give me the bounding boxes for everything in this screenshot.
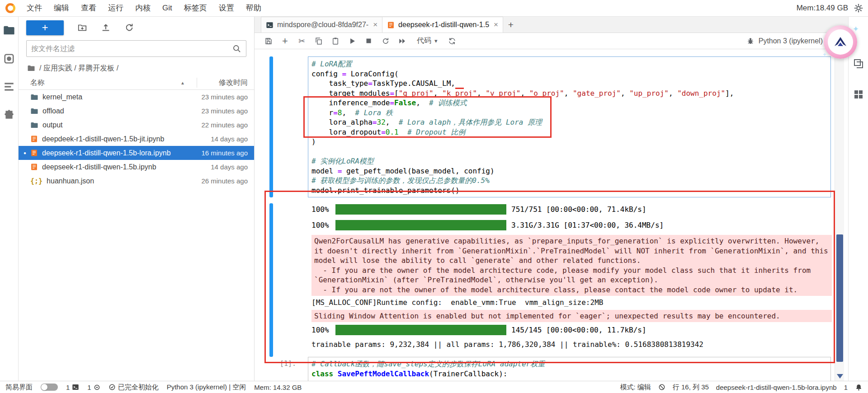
upload-icon[interactable] bbox=[101, 23, 111, 33]
cursor-position[interactable]: 行 16, 列 35 bbox=[673, 383, 709, 392]
code-line[interactable]: ) bbox=[311, 137, 830, 147]
new-launcher-button[interactable]: + bbox=[26, 20, 64, 35]
folder-file-icon bbox=[30, 107, 38, 115]
file-filter-input[interactable] bbox=[31, 45, 232, 53]
file-browser-icon[interactable] bbox=[3, 24, 15, 37]
kernel-indicator[interactable]: Python 3 (ipykernel) bbox=[746, 37, 823, 45]
file-row[interactable]: offload23 minutes ago bbox=[19, 104, 254, 118]
new-tab-button[interactable]: + bbox=[503, 17, 519, 33]
terminal-count[interactable]: 1 bbox=[66, 384, 79, 391]
copy-cell-button[interactable] bbox=[310, 35, 327, 47]
file-row[interactable]: kernel_meta23 minutes ago bbox=[19, 90, 254, 104]
code-line[interactable]: task_type=TaskType.CAUSAL_LM, bbox=[311, 79, 830, 89]
editor-mode[interactable]: 模式: 编辑 bbox=[620, 383, 651, 392]
interrupt-kernel-button[interactable] bbox=[360, 35, 377, 47]
search-icon[interactable] bbox=[232, 44, 241, 53]
code-line[interactable]: # Callback函数，随save_steps定义的步数保存LoRA adap… bbox=[311, 359, 830, 369]
settings-gear-icon[interactable] bbox=[854, 3, 863, 13]
code-line[interactable]: # 实例化LoRA模型 bbox=[311, 156, 830, 166]
breadcrumb[interactable]: / 应用实践 / 昇腾开发板 / bbox=[19, 61, 254, 76]
breadcrumb-path[interactable]: / 应用实践 / 昇腾开发板 / bbox=[39, 64, 118, 73]
cell-input-collapser[interactable] bbox=[269, 56, 273, 197]
code-line[interactable]: model = get_peft_model(base_model, confi… bbox=[311, 166, 830, 176]
tab-0[interactable]: mindspore@cloud-8fda9f27-× bbox=[261, 17, 382, 33]
close-icon[interactable]: × bbox=[493, 20, 498, 29]
code-line[interactable]: # 获取模型参与训练的参数，发现仅占总参数量的0.5% bbox=[311, 176, 830, 186]
code-line[interactable]: r=8, # Lora 秩 bbox=[311, 108, 830, 118]
menu-item-1[interactable]: 编辑 bbox=[48, 0, 75, 16]
refresh-icon[interactable] bbox=[124, 23, 134, 33]
code-line[interactable]: # LoRA配置 bbox=[311, 59, 830, 69]
assistant-logo[interactable] bbox=[824, 25, 857, 59]
menu-item-7[interactable]: 设置 bbox=[213, 0, 240, 16]
terminal-count-icon bbox=[72, 384, 79, 391]
code-line[interactable]: model.print_trainable_parameters() bbox=[311, 186, 830, 196]
file-browser-panel: + / 应用实践 / bbox=[19, 17, 255, 381]
file-row[interactable]: output22 minutes ago bbox=[19, 118, 254, 132]
toggle-knob bbox=[41, 384, 47, 390]
dashboard-grid-icon[interactable] bbox=[853, 89, 864, 100]
menu-item-4[interactable]: 内核 bbox=[129, 0, 156, 16]
progress-stats-text: 751/751 [00:00<00:00, 71.4kB/s] bbox=[511, 205, 646, 214]
file-row[interactable]: deepdeek-r1-distill-qwen-1.5b-jit.ipynb1… bbox=[19, 132, 254, 146]
bell-icon[interactable] bbox=[855, 384, 863, 391]
new-folder-icon[interactable] bbox=[77, 23, 87, 33]
scroll-down-arrow-icon[interactable] bbox=[837, 374, 843, 379]
file-list-header[interactable]: 名称 ▲ 修改时间 bbox=[19, 76, 254, 90]
column-header-name[interactable]: 名称 bbox=[19, 78, 45, 88]
file-row[interactable]: deepseek-r1-distill-qwen-1.5b.ipynb14 da… bbox=[19, 160, 254, 174]
kernel-status[interactable]: Python 3 (ipykernel) | 空闲 bbox=[167, 383, 246, 392]
run-cell-button[interactable] bbox=[344, 35, 360, 47]
property-inspector-icon[interactable] bbox=[853, 58, 864, 69]
restart-run-all-button[interactable] bbox=[394, 35, 410, 47]
code-line[interactable]: lora_dropout=0.1 # Dropout 比例 bbox=[311, 127, 830, 137]
cut-cell-button[interactable]: ✂ bbox=[293, 35, 310, 47]
code-line[interactable]: inference_mode=False, # 训练模式 bbox=[311, 98, 830, 108]
left-sidebar-strip bbox=[0, 17, 19, 381]
active-filename[interactable]: deepseek-r1-distill-qwen-1.5b-lora.ipynb bbox=[716, 384, 837, 391]
menu-item-5[interactable]: Git bbox=[156, 0, 178, 16]
file-row[interactable]: {;}huanhuan.json26 minutes ago bbox=[19, 174, 254, 188]
tab-strip: mindspore@cloud-8fda9f27-×deepseek-r1-di… bbox=[261, 17, 503, 33]
column-header-modified[interactable]: 修改时间 bbox=[219, 78, 254, 88]
progress-stats-text: 3.31G/3.31G [01:37<00:00, 36.4MB/s] bbox=[511, 221, 664, 229]
menu-item-2[interactable]: 查看 bbox=[75, 0, 102, 16]
code-line[interactable]: class SavePeftModelCallback(TrainerCallb… bbox=[311, 369, 830, 379]
code-line[interactable]: lora_alpha=32, # Lora alaph，具体作用参见 Lora … bbox=[311, 117, 830, 127]
paste-cell-button[interactable] bbox=[327, 35, 344, 47]
next-code-cell-editor[interactable]: # Callback函数，随save_steps定义的步数保存LoRA adap… bbox=[308, 357, 831, 381]
file-row[interactable]: ●deepseek-r1-distill-qwen-1.5b-lora.ipyn… bbox=[19, 146, 254, 160]
menu-item-3[interactable]: 运行 bbox=[102, 0, 129, 16]
scrollbar-thumb[interactable] bbox=[836, 234, 843, 362]
running-sessions-icon[interactable] bbox=[3, 53, 15, 65]
file-name: output bbox=[42, 121, 198, 129]
file-modified-time: 26 minutes ago bbox=[198, 177, 254, 185]
tab-1[interactable]: deepseek-r1-distill-qwen-1.5× bbox=[382, 17, 503, 33]
code-cell-editor[interactable]: # LoRA配置config = LoraConfig( task_type=T… bbox=[308, 56, 831, 197]
simple-mode-toggle[interactable] bbox=[41, 384, 58, 391]
save-button[interactable] bbox=[260, 35, 277, 47]
add-cell-button[interactable]: + bbox=[277, 35, 293, 47]
output-progress-row: 100%751/751 [00:00<00:00, 71.4kB/s] bbox=[311, 203, 832, 215]
close-icon[interactable]: × bbox=[372, 20, 377, 29]
extensions-icon[interactable] bbox=[3, 109, 15, 121]
cell-type-dropdown[interactable]: 代码 ▾ bbox=[417, 36, 438, 46]
menu-item-0[interactable]: 文件 bbox=[21, 0, 48, 16]
app-logo-icon bbox=[5, 3, 15, 13]
bug-icon[interactable] bbox=[746, 37, 755, 45]
notebook-scrollbar[interactable] bbox=[835, 49, 844, 381]
kernel-count[interactable]: 1 bbox=[87, 384, 100, 391]
menu-item-8[interactable]: 帮助 bbox=[240, 0, 267, 16]
cell-output-collapser[interactable] bbox=[269, 203, 273, 357]
menu-item-6[interactable]: 标签页 bbox=[178, 0, 213, 16]
sort-ascending-icon[interactable]: ▲ bbox=[180, 80, 185, 85]
code-line[interactable]: config = LoraConfig( bbox=[311, 69, 830, 79]
code-line[interactable]: target_modules=["q_proj", "k_proj", "v_p… bbox=[311, 89, 830, 98]
sync-icon[interactable] bbox=[444, 35, 461, 47]
circle-slash-icon[interactable] bbox=[658, 384, 665, 391]
table-of-contents-icon[interactable] bbox=[3, 81, 15, 93]
code-line[interactable] bbox=[311, 147, 830, 157]
folder-file-icon bbox=[30, 121, 38, 129]
restart-kernel-button[interactable] bbox=[377, 35, 394, 47]
folder-file-icon bbox=[30, 93, 38, 101]
